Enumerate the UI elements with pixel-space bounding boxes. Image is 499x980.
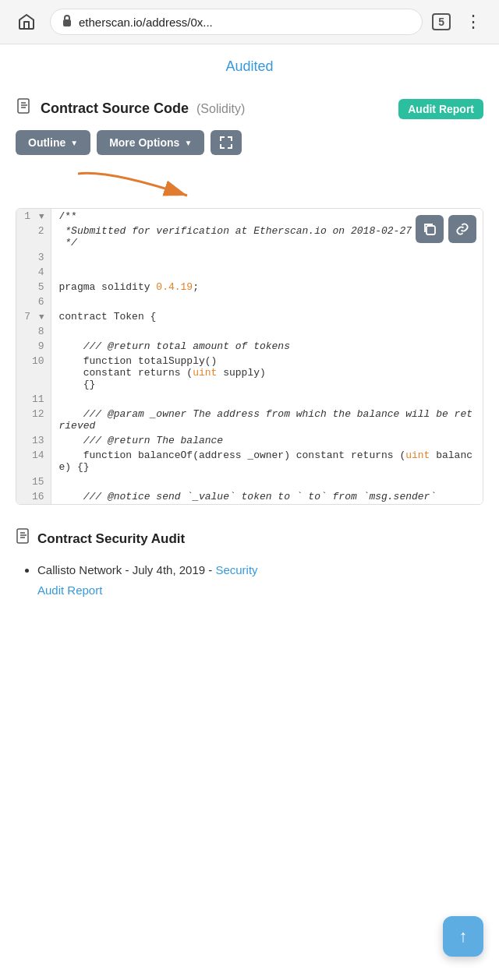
code-cell bbox=[51, 265, 483, 280]
audit-report-link[interactable]: Audit Report bbox=[16, 583, 483, 597]
table-row: 16 /// @notice send `_value` token to ` … bbox=[16, 489, 483, 504]
line-number: 2 bbox=[16, 224, 51, 250]
code-cell bbox=[51, 392, 483, 407]
line-number: 4 bbox=[16, 265, 51, 280]
security-link[interactable]: Security bbox=[215, 563, 257, 576]
security-icon bbox=[16, 528, 31, 549]
line-number: 11 bbox=[16, 392, 51, 407]
scroll-to-top-button[interactable]: ↑ bbox=[443, 916, 483, 957]
audit-report-badge[interactable]: Audit Report bbox=[398, 99, 483, 119]
line-number: 14 bbox=[16, 448, 51, 474]
table-row: 14 function balanceOf(address _owner) co… bbox=[16, 448, 483, 474]
address-bar[interactable]: etherscan.io/address/0x... bbox=[50, 9, 423, 35]
scroll-up-icon: ↑ bbox=[459, 926, 468, 947]
code-toolbar: Outline ▼ More Options ▼ bbox=[16, 130, 483, 155]
more-options-button[interactable]: More Options ▼ bbox=[97, 130, 204, 155]
line-number: 7 ▼ bbox=[16, 309, 51, 324]
table-row: 6 bbox=[16, 294, 483, 309]
code-cell: function totalSupply() constant returns … bbox=[51, 354, 483, 392]
expand-button[interactable] bbox=[211, 130, 242, 155]
line-number: 3 bbox=[16, 250, 51, 265]
source-code-icon bbox=[16, 98, 33, 119]
line-number: 13 bbox=[16, 433, 51, 448]
audited-link[interactable]: Audited bbox=[225, 58, 273, 74]
tab-count[interactable]: 5 bbox=[432, 13, 451, 30]
code-cell: /// @param _owner The address from which… bbox=[51, 407, 483, 433]
table-row: 2 *Submitted for verification at Ethersc… bbox=[16, 224, 483, 250]
table-row: 13 /// @return The balance bbox=[16, 433, 483, 448]
menu-dots[interactable]: ⋮ bbox=[460, 9, 487, 35]
outline-label: Outline bbox=[28, 136, 65, 149]
line-number: 8 bbox=[16, 324, 51, 339]
list-item: Callisto Network - July 4th, 2019 - Secu… bbox=[37, 560, 483, 580]
link-button[interactable] bbox=[448, 215, 476, 243]
table-row: 12 /// @param _owner The address from wh… bbox=[16, 407, 483, 433]
security-item-text: Callisto Network - July 4th, 2019 - bbox=[37, 563, 215, 576]
outline-button[interactable]: Outline ▼ bbox=[16, 130, 90, 155]
code-cell: /// @return The balance bbox=[51, 433, 483, 448]
browser-bar: etherscan.io/address/0x... 5 ⋮ bbox=[0, 0, 499, 44]
table-row: 10 function totalSupply() constant retur… bbox=[16, 354, 483, 392]
code-cell: function balanceOf(address _owner) const… bbox=[51, 448, 483, 474]
audited-row: Audited bbox=[16, 44, 483, 98]
code-cell: /// @notice send `_value` token to ` to`… bbox=[51, 489, 483, 504]
table-row: 11 bbox=[16, 392, 483, 407]
line-number: 5 bbox=[16, 280, 51, 294]
outline-chevron: ▼ bbox=[70, 139, 78, 147]
code-container: 1 ▼ /** 2 *Submitted for verification at… bbox=[16, 208, 483, 505]
table-row: 1 ▼ /** bbox=[16, 209, 483, 224]
line-number: 12 bbox=[16, 407, 51, 433]
lock-icon bbox=[62, 14, 73, 30]
code-cell bbox=[51, 294, 483, 309]
table-row: 8 bbox=[16, 324, 483, 339]
line-number: 16 bbox=[16, 489, 51, 504]
address-text: etherscan.io/address/0x... bbox=[79, 16, 411, 29]
svg-rect-1 bbox=[18, 99, 29, 113]
table-row: 9 /// @return total amount of tokens bbox=[16, 339, 483, 354]
home-button[interactable] bbox=[12, 8, 41, 36]
table-row: 3 bbox=[16, 250, 483, 265]
arrow-annotation bbox=[16, 166, 483, 205]
main-content: Audited Contract Source Code (Solidity) … bbox=[0, 44, 499, 505]
code-cell: contract Token { bbox=[51, 309, 483, 324]
source-code-header: Contract Source Code (Solidity) Audit Re… bbox=[16, 98, 483, 119]
security-section: Contract Security Audit Callisto Network… bbox=[0, 528, 499, 620]
security-header: Contract Security Audit bbox=[16, 528, 483, 549]
source-code-title: Contract Source Code bbox=[41, 100, 189, 117]
svg-rect-0 bbox=[63, 19, 71, 26]
code-cell bbox=[51, 474, 483, 489]
code-actions bbox=[416, 215, 476, 243]
table-row: 4 bbox=[16, 265, 483, 280]
line-number: 6 bbox=[16, 294, 51, 309]
svg-rect-6 bbox=[426, 226, 435, 234]
code-cell bbox=[51, 250, 483, 265]
code-cell bbox=[51, 324, 483, 339]
more-options-chevron: ▼ bbox=[184, 139, 192, 147]
source-code-subtitle: (Solidity) bbox=[196, 102, 245, 116]
arrow-svg bbox=[62, 166, 203, 205]
security-list: Callisto Network - July 4th, 2019 - Secu… bbox=[16, 560, 483, 580]
line-number: 15 bbox=[16, 474, 51, 489]
line-number: 1 ▼ bbox=[16, 209, 51, 224]
table-row: 5 pragma solidity 0.4.19; bbox=[16, 280, 483, 294]
code-table: 1 ▼ /** 2 *Submitted for verification at… bbox=[16, 209, 483, 504]
more-options-label: More Options bbox=[109, 136, 179, 149]
code-cell: pragma solidity 0.4.19; bbox=[51, 280, 483, 294]
line-number: 9 bbox=[16, 339, 51, 354]
svg-rect-7 bbox=[17, 529, 28, 543]
table-row: 7 ▼ contract Token { bbox=[16, 309, 483, 324]
line-number: 10 bbox=[16, 354, 51, 392]
copy-button[interactable] bbox=[416, 215, 444, 243]
table-row: 15 bbox=[16, 474, 483, 489]
code-cell: /// @return total amount of tokens bbox=[51, 339, 483, 354]
security-title: Contract Security Audit bbox=[37, 531, 185, 547]
